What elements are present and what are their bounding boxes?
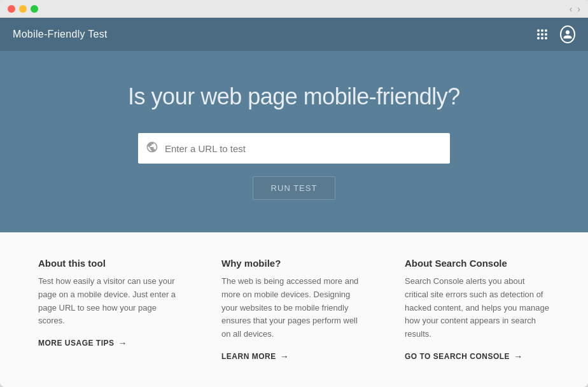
info-col-title-about-console: About Search Console [405, 258, 550, 269]
info-col-text-about-tool: Test how easily a visitor can use your p… [38, 275, 183, 328]
user-circle [560, 25, 575, 43]
info-col-text-why-mobile: The web is being accessed more and more … [221, 275, 367, 341]
grid-icon [537, 29, 547, 39]
hero-section: Is your web page mobile-friendly? RUN TE… [0, 51, 588, 232]
header-icons [535, 27, 575, 42]
arrow-icon-2: → [280, 351, 290, 362]
arrow-icon: → [118, 338, 128, 348]
url-input-container [138, 133, 450, 164]
run-test-button[interactable]: RUN TEST [253, 176, 336, 200]
arrow-icon-3: → [514, 351, 523, 362]
info-col-title-about-tool: About this tool [38, 258, 183, 269]
globe-icon [146, 141, 158, 157]
minimize-button[interactable] [19, 5, 27, 13]
forward-button[interactable]: › [577, 4, 580, 14]
apps-icon[interactable] [535, 27, 550, 42]
info-column-why-mobile: Why mobile? The web is being accessed mo… [221, 258, 367, 362]
back-button[interactable]: ‹ [570, 4, 573, 14]
url-input[interactable] [165, 143, 442, 154]
title-bar: ‹ › [0, 0, 588, 18]
traffic-lights [8, 5, 38, 13]
nav-buttons: ‹ › [570, 4, 580, 14]
account-icon[interactable] [560, 27, 575, 42]
browser-window: ‹ › Mobile-Friendly Test [0, 0, 588, 387]
info-section: About this tool Test how easily a visito… [0, 232, 588, 387]
close-button[interactable] [8, 5, 15, 13]
more-usage-tips-link[interactable]: MORE USAGE TIPS → [38, 338, 127, 348]
go-to-search-console-link[interactable]: GO TO SEARCH CONSOLE → [405, 351, 523, 362]
info-column-about-console: About Search Console Search Console aler… [405, 258, 550, 362]
maximize-button[interactable] [31, 5, 38, 13]
info-col-text-about-console: Search Console alerts you about critical… [405, 275, 550, 341]
info-col-title-why-mobile: Why mobile? [221, 258, 367, 269]
app-title: Mobile-Friendly Test [13, 29, 108, 40]
app-header: Mobile-Friendly Test [0, 18, 588, 51]
info-column-about-tool: About this tool Test how easily a visito… [38, 258, 183, 362]
learn-more-link[interactable]: LEARN MORE → [221, 351, 289, 362]
hero-title: Is your web page mobile-friendly? [128, 83, 460, 110]
